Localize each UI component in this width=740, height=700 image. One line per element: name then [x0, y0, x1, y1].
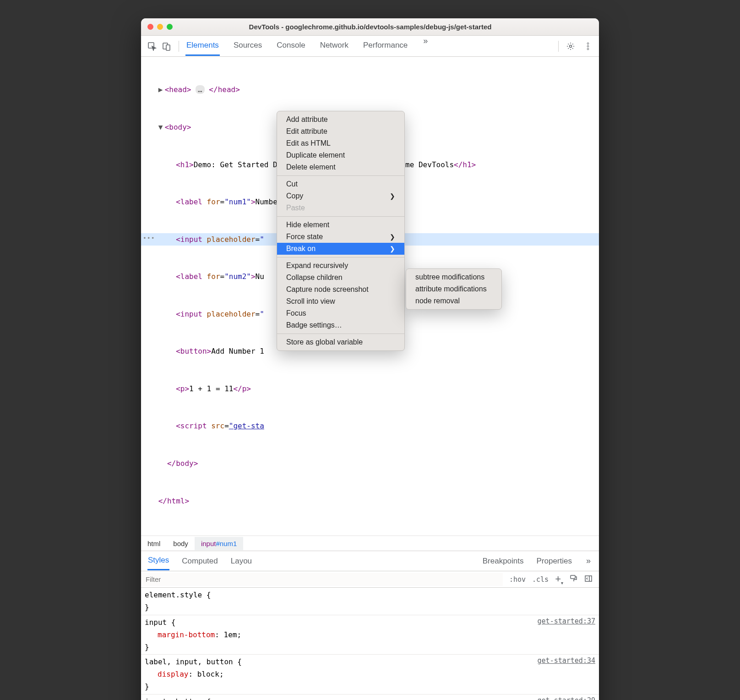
- dom-node-head[interactable]: ▶<head> … </head>: [141, 83, 599, 96]
- source-link[interactable]: get-started:34: [538, 655, 595, 667]
- ctx-separator: [277, 216, 404, 217]
- stab-computed[interactable]: Computed: [181, 552, 218, 570]
- ctx-copy[interactable]: Copy❯: [277, 190, 404, 202]
- source-link[interactable]: get-started:29: [538, 695, 595, 700]
- styles-tabs: Styles Computed Layou Breakpoints Proper…: [141, 551, 599, 571]
- stab-breakpoints[interactable]: Breakpoints: [482, 552, 524, 570]
- dom-node-body-close[interactable]: </body>: [141, 457, 599, 470]
- tab-performance[interactable]: Performance: [362, 36, 408, 56]
- ctx-focus[interactable]: Focus: [277, 307, 404, 319]
- tabs-more-icon[interactable]: »: [421, 36, 430, 56]
- ctx-separator: [277, 334, 404, 334]
- css-property[interactable]: margin-bottom: 1em;: [145, 629, 595, 641]
- sidebar-toggle-icon[interactable]: [584, 574, 593, 585]
- svg-rect-2: [166, 45, 170, 50]
- chevron-right-icon: ❯: [390, 192, 395, 200]
- stab-properties[interactable]: Properties: [536, 552, 572, 570]
- divider: [558, 41, 559, 52]
- chevron-right-icon: ❯: [390, 245, 395, 252]
- subctx-subtree[interactable]: subtree modifications: [406, 271, 501, 283]
- dom-breadcrumb: html body input#num1: [141, 536, 599, 551]
- tab-console[interactable]: Console: [276, 36, 306, 56]
- cls-toggle[interactable]: .cls: [532, 575, 549, 584]
- stabs-more-icon[interactable]: »: [584, 556, 593, 566]
- ctx-separator: [277, 257, 404, 257]
- tab-sources[interactable]: Sources: [233, 36, 263, 56]
- selection-handle-icon[interactable]: •••: [143, 233, 155, 243]
- stab-styles[interactable]: Styles: [147, 552, 169, 570]
- svg-point-5: [587, 45, 589, 47]
- chevron-right-icon: ❯: [390, 233, 395, 241]
- styles-filter-row: :hov .cls +▾: [141, 571, 599, 588]
- ctx-expand[interactable]: Expand recursively: [277, 260, 404, 272]
- tab-network[interactable]: Network: [319, 36, 349, 56]
- context-submenu-break-on: subtree modifications attribute modifica…: [406, 268, 502, 310]
- ctx-force-state[interactable]: Force state❯: [277, 231, 404, 243]
- gear-icon[interactable]: [565, 41, 576, 52]
- ctx-add-attribute[interactable]: Add attribute: [277, 114, 404, 126]
- paint-icon[interactable]: [570, 574, 578, 585]
- ctx-edit-as-html[interactable]: Edit as HTML: [277, 137, 404, 149]
- css-property[interactable]: display: block;: [145, 668, 595, 680]
- dom-node-script[interactable]: <script src="get-sta: [141, 420, 599, 432]
- crumb-current[interactable]: input#num1: [195, 537, 243, 550]
- ctx-scroll[interactable]: Scroll into view: [277, 295, 404, 307]
- titlebar: DevTools - googlechrome.github.io/devtoo…: [141, 18, 599, 36]
- rule-label-input-button[interactable]: get-started:34 label, input, button { di…: [141, 655, 599, 695]
- stab-layout[interactable]: Layou: [230, 552, 252, 570]
- tab-elements[interactable]: Elements: [185, 36, 220, 56]
- ctx-paste: Paste: [277, 202, 404, 214]
- ctx-delete[interactable]: Delete element: [277, 161, 404, 173]
- ctx-edit-attribute[interactable]: Edit attribute: [277, 126, 404, 137]
- ctx-collapse[interactable]: Collapse children: [277, 272, 404, 284]
- inspect-icon[interactable]: [147, 41, 158, 52]
- subctx-node[interactable]: node removal: [406, 295, 501, 307]
- new-style-icon[interactable]: +▾: [555, 573, 563, 585]
- toolbar-right: [565, 41, 593, 52]
- ctx-store[interactable]: Store as global variable: [277, 336, 404, 348]
- ctx-duplicate[interactable]: Duplicate element: [277, 149, 404, 161]
- svg-rect-7: [571, 575, 575, 579]
- ctx-badge[interactable]: Badge settings…: [277, 319, 404, 331]
- kebab-icon[interactable]: [582, 41, 593, 52]
- subctx-attribute[interactable]: attribute modifications: [406, 283, 501, 295]
- ctx-hide[interactable]: Hide element: [277, 219, 404, 231]
- rule-input[interactable]: get-started:37 input { margin-bottom: 1e…: [141, 615, 599, 655]
- window-title: DevTools - googlechrome.github.io/devtoo…: [148, 23, 593, 31]
- svg-point-6: [587, 48, 589, 50]
- styles-filter-tools: :hov .cls +▾: [503, 573, 599, 585]
- ctx-break-on[interactable]: Break on❯: [277, 243, 404, 255]
- styles-panel[interactable]: element.style { } get-started:37 input {…: [141, 588, 599, 700]
- svg-point-4: [587, 43, 589, 44]
- svg-point-3: [570, 45, 572, 47]
- styles-filter-input[interactable]: [141, 573, 503, 586]
- rule-element-style[interactable]: element.style { }: [141, 588, 599, 615]
- device-toggle-icon[interactable]: [161, 41, 172, 52]
- ctx-capture[interactable]: Capture node screenshot: [277, 284, 404, 295]
- panel-tabs: Elements Sources Console Network Perform…: [185, 36, 552, 56]
- divider: [179, 41, 179, 52]
- ctx-separator: [277, 175, 404, 176]
- source-link[interactable]: get-started:37: [538, 616, 595, 628]
- crumb-body[interactable]: body: [167, 537, 195, 550]
- dom-node-html-close[interactable]: </html>: [141, 495, 599, 507]
- hov-toggle[interactable]: :hov: [509, 575, 526, 584]
- context-menu: Add attribute Edit attribute Edit as HTM…: [277, 111, 405, 351]
- rule-input-button[interactable]: get-started:29 input, button { min-width…: [141, 695, 599, 700]
- crumb-html[interactable]: html: [141, 537, 167, 550]
- main-toolbar: Elements Sources Console Network Perform…: [141, 36, 599, 57]
- dom-node-p[interactable]: <p>1 + 1 = 11</p>: [141, 383, 599, 395]
- ctx-cut[interactable]: Cut: [277, 178, 404, 190]
- devtools-window: DevTools - googlechrome.github.io/devtoo…: [141, 18, 599, 700]
